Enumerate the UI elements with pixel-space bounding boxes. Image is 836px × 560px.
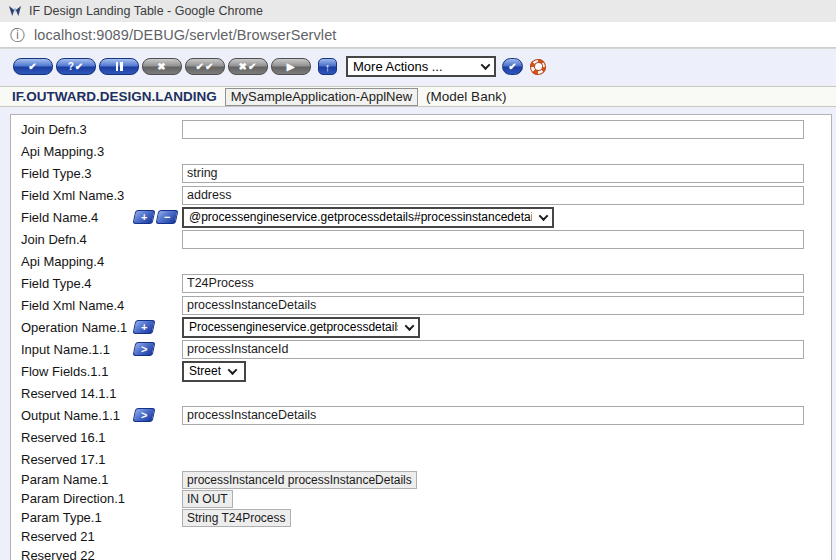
browser-window: IF Design Landing Table - Google Chrome … bbox=[0, 0, 836, 560]
form-row: Api Mapping.4 bbox=[11, 250, 831, 272]
field-label: Reserved 21 bbox=[11, 529, 134, 544]
cross-check-icon: ✖✔ bbox=[239, 62, 258, 72]
operation-name-1-value: Processengineservice.getprocessdetails bbox=[189, 320, 398, 334]
form-row: Field Xml Name.3 bbox=[11, 184, 831, 206]
field-label: Join Defn.4 bbox=[11, 232, 134, 247]
site-info-icon[interactable]: ⓘ bbox=[10, 27, 25, 42]
field-xml-name-3-input[interactable] bbox=[182, 186, 804, 205]
app-icon bbox=[8, 5, 22, 18]
field-name-4-select[interactable]: @processengineservice.getprocessdetails#… bbox=[182, 207, 554, 228]
field-label: Reserved 17.1 bbox=[11, 452, 134, 467]
form-row: Param Direction.1 IN OUT bbox=[11, 489, 831, 508]
launch-button[interactable]: ↑ bbox=[318, 58, 337, 75]
url-bar[interactable]: ⓘ localhost:9089/DEBUG/servlet/BrowserSe… bbox=[0, 22, 836, 48]
field-label: Flow Fields.1.1 bbox=[11, 364, 134, 379]
hold-button[interactable] bbox=[99, 58, 139, 75]
chevron-down-icon bbox=[405, 321, 415, 331]
field-label: Reserved 22 bbox=[11, 548, 134, 560]
remove-multivalue-button[interactable]: − bbox=[156, 210, 179, 224]
help-lifebuoy-icon[interactable] bbox=[530, 59, 546, 75]
field-label: Field Type.3 bbox=[11, 166, 134, 181]
output-name-1-1-input[interactable] bbox=[182, 406, 804, 425]
input-name-1-1-input[interactable] bbox=[182, 340, 804, 359]
chevron-down-icon bbox=[481, 60, 491, 70]
field-label: Param Direction.1 bbox=[11, 491, 134, 506]
check-icon: ✔ bbox=[508, 61, 516, 72]
expand-output-button[interactable]: > bbox=[133, 408, 156, 422]
record-id-box: MySampleApplication-ApplNew bbox=[225, 88, 418, 106]
more-actions-select[interactable]: More Actions ... bbox=[346, 56, 496, 77]
company-name: (Model Bank) bbox=[426, 89, 506, 104]
check-icon: ✔ bbox=[28, 62, 37, 72]
field-label: Api Mapping.3 bbox=[11, 144, 134, 159]
field-label: Reserved 16.1 bbox=[11, 430, 134, 445]
form-row: Field Type.3 bbox=[11, 162, 831, 184]
chevron-right-icon: > bbox=[141, 344, 147, 355]
authorise-button[interactable]: ✔✔ bbox=[185, 58, 225, 75]
add-multivalue-button[interactable]: + bbox=[133, 210, 156, 224]
verify-button[interactable]: ?✔ bbox=[56, 58, 96, 75]
plus-icon: + bbox=[141, 212, 147, 223]
field-xml-name-4-input[interactable] bbox=[182, 296, 804, 315]
up-arrow-icon: ↑ bbox=[325, 61, 331, 73]
double-check-icon: ✔✔ bbox=[196, 62, 215, 72]
pause-icon bbox=[116, 62, 123, 71]
form-row: Join Defn.3 bbox=[11, 118, 831, 140]
form-row: Param Type.1 String T24Process bbox=[11, 508, 831, 527]
form-row: Output Name.1.1 > bbox=[11, 404, 831, 426]
record-form: Join Defn.3 Api Mapping.3 Field Type.3 F… bbox=[10, 114, 832, 560]
breadcrumb: IF.OUTWARD.DESIGN.LANDING MySampleApplic… bbox=[0, 86, 836, 107]
question-check-icon: ?✔ bbox=[68, 62, 85, 72]
chevron-down-icon bbox=[539, 211, 549, 221]
more-actions-value: More Actions ... bbox=[353, 59, 443, 74]
form-row: Reserved 17.1 bbox=[11, 448, 831, 470]
expand-input-button[interactable]: > bbox=[133, 342, 156, 356]
form-row: Reserved 16.1 bbox=[11, 426, 831, 448]
form-row: Operation Name.1 + Processengineservice.… bbox=[11, 316, 831, 338]
minus-icon: − bbox=[164, 212, 170, 223]
field-label: Field Name.4 bbox=[11, 210, 134, 225]
join-defn-4-input[interactable] bbox=[182, 230, 804, 249]
form-row: Reserved 22 bbox=[11, 546, 831, 560]
field-label: Field Xml Name.3 bbox=[11, 188, 134, 203]
toolbar: ✔ ?✔ ✖ ✔✔ ✖✔ ▶ ↑ More Actions ... ✔ bbox=[0, 49, 836, 86]
param-direction-1-value: IN OUT bbox=[182, 490, 233, 508]
field-label: Output Name.1.1 bbox=[11, 408, 134, 423]
delete-button[interactable]: ✖ bbox=[142, 58, 182, 75]
field-label: Field Type.4 bbox=[11, 276, 134, 291]
window-title: IF Design Landing Table - Google Chrome bbox=[29, 4, 263, 18]
field-type-3-input[interactable] bbox=[182, 164, 804, 183]
form-row: Reserved 14.1.1 bbox=[11, 382, 831, 404]
flow-fields-1-1-value: Street bbox=[189, 364, 221, 378]
param-name-1-value: processInstanceId processInstanceDetails bbox=[182, 471, 417, 489]
join-defn-3-input[interactable] bbox=[182, 120, 804, 139]
field-label: Param Name.1 bbox=[11, 472, 134, 487]
commit-button[interactable]: ✔ bbox=[13, 58, 53, 75]
forward-button[interactable]: ▶ bbox=[271, 58, 311, 75]
form-row: Reserved 21 bbox=[11, 527, 831, 546]
cross-icon: ✖ bbox=[157, 62, 166, 72]
form-row: Field Type.4 bbox=[11, 272, 831, 294]
field-label: Field Xml Name.4 bbox=[11, 298, 134, 313]
field-label: Reserved 14.1.1 bbox=[11, 386, 134, 401]
field-label: Param Type.1 bbox=[11, 510, 134, 525]
add-operation-button[interactable]: + bbox=[133, 320, 156, 334]
field-type-4-input[interactable] bbox=[182, 274, 804, 293]
play-icon: ▶ bbox=[287, 62, 296, 72]
field-label: Join Defn.3 bbox=[11, 122, 134, 137]
form-row: Field Xml Name.4 bbox=[11, 294, 831, 316]
flow-fields-1-1-select[interactable]: Street bbox=[182, 361, 246, 382]
field-label: Api Mapping.4 bbox=[11, 254, 134, 269]
application-name: IF.OUTWARD.DESIGN.LANDING bbox=[12, 89, 217, 104]
confirm-action-button[interactable]: ✔ bbox=[502, 58, 523, 75]
reject-button[interactable]: ✖✔ bbox=[228, 58, 268, 75]
form-row: Input Name.1.1 > bbox=[11, 338, 831, 360]
chevron-down-icon bbox=[228, 365, 238, 375]
form-row: Field Name.4 + − @processengineservice.g… bbox=[11, 206, 831, 228]
operation-name-1-select[interactable]: Processengineservice.getprocessdetails bbox=[182, 317, 420, 338]
field-name-4-value: @processengineservice.getprocessdetails#… bbox=[189, 210, 532, 224]
form-row: Param Name.1 processInstanceId processIn… bbox=[11, 470, 831, 489]
url-text[interactable]: localhost:9089/DEBUG/servlet/BrowserServ… bbox=[34, 27, 336, 43]
param-type-1-value: String T24Process bbox=[182, 509, 291, 527]
field-label: Input Name.1.1 bbox=[11, 342, 134, 357]
